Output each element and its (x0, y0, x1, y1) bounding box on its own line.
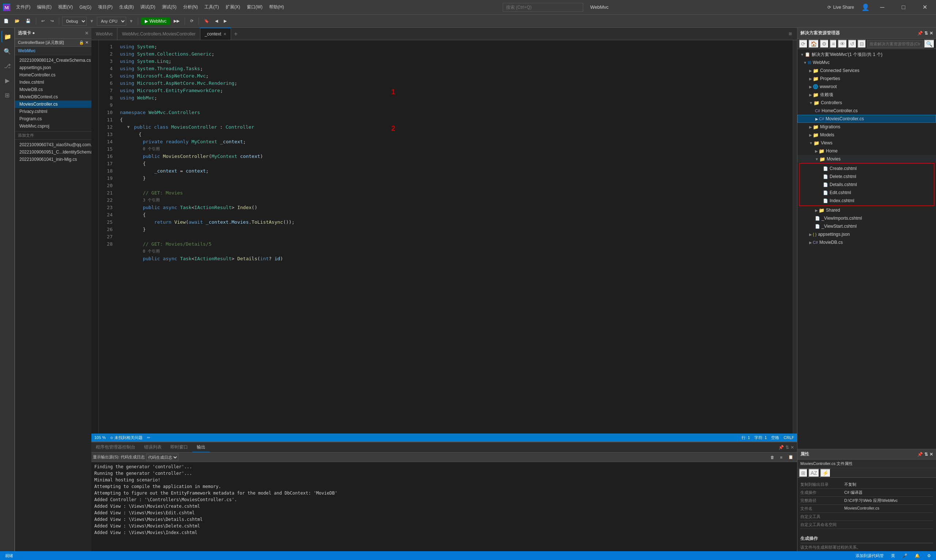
status-lang[interactable]: 英 (889, 553, 897, 558)
se-preview-button[interactable]: 👁 (837, 40, 847, 48)
source-control-button[interactable]: ⎇ (2, 60, 13, 72)
se-collapse-all-button[interactable]: ⊟ (857, 40, 866, 48)
prev-bookmark-button[interactable]: ◀ (213, 17, 220, 25)
se-expand-button[interactable]: ⇅ (924, 31, 928, 36)
output-copy-button[interactable]: 📋 (786, 454, 796, 461)
menu-project[interactable]: 项目(P) (95, 3, 115, 12)
maximize-button[interactable]: □ (895, 0, 912, 15)
file-item-moviedb[interactable]: MovieDB.cs (15, 86, 91, 93)
menu-file[interactable]: 文件(F) (13, 3, 33, 12)
file-item-csproj[interactable]: WebMvc.csproj (15, 123, 91, 130)
menu-help[interactable]: 帮助(H) (266, 3, 287, 12)
additional-file-1[interactable]: 20221009060743_xiaoShu@qq.com.cs (15, 141, 91, 148)
tab-webmvc[interactable]: WebMvc (91, 28, 117, 40)
menu-test[interactable]: 测试(S) (159, 3, 180, 12)
tree-viewstart[interactable]: 📄 _ViewStart.cshtml (797, 222, 936, 230)
output-expand-button[interactable]: ⇅ (785, 445, 789, 450)
refresh-button[interactable]: ⟳ (188, 17, 196, 25)
se-close-button[interactable]: ✕ (930, 31, 933, 36)
tree-home-folder[interactable]: ▶ 📁 Home (797, 147, 936, 155)
se-pin-button[interactable]: 📌 (918, 31, 923, 36)
save-button[interactable]: 💾 (23, 17, 33, 25)
minimize-button[interactable]: ─ (874, 0, 891, 15)
props-pin-button[interactable]: 📌 (918, 452, 923, 457)
explorer-button[interactable]: 📁 (2, 31, 13, 42)
tab-output[interactable]: 输出 (192, 443, 210, 452)
status-add-source[interactable]: 添加到源代码管 (853, 553, 886, 558)
live-share-button[interactable]: ⟳ Live Share (825, 3, 857, 11)
code-body[interactable]: using System; using System.Collections.G… (117, 40, 793, 434)
tab-moviescontroller[interactable]: WebMvc.Controllers.MoviesController (117, 28, 200, 40)
tab-error-list[interactable]: 错误列表 (140, 443, 166, 452)
menu-debug[interactable]: 调试(D) (137, 3, 158, 12)
tree-solution[interactable]: ▼ 📋 解决方案'WebMvc'(1 个项目/共 1 个) (797, 51, 936, 58)
tab-package-manager[interactable]: 程序包管理器控制台 (91, 443, 140, 452)
props-sort-btn[interactable]: AZ (808, 469, 819, 477)
tree-views[interactable]: ▼ 📁 Views (797, 139, 936, 147)
menu-extensions[interactable]: 扩展(X) (223, 3, 243, 12)
additional-file-3[interactable]: 20221009061041_inin-Mig.cs (15, 156, 91, 163)
tree-controllers[interactable]: ▼ 📁 Controllers (797, 99, 936, 107)
menu-build[interactable]: 生成(B) (116, 3, 137, 12)
file-item-create-schema[interactable]: 20221009080124_CreateSchema.cs (15, 57, 91, 64)
additional-file-2[interactable]: 20221009060951_C...ldentitySchema.cs (15, 148, 91, 156)
bookmark-button[interactable]: 🔖 (202, 17, 211, 25)
file-item-moviedbcontext[interactable]: MovieDBContext.cs (15, 93, 91, 100)
controller-base-close[interactable]: 🔒 ✕ (79, 40, 88, 45)
tree-viewimports[interactable]: 📄 _ViewImports.cshtml (797, 214, 936, 222)
attach-button[interactable]: ▶▶ (171, 17, 182, 25)
file-item-moviescontroller[interactable]: MoviesController.cs (15, 100, 91, 108)
output-clear-button[interactable]: 🗑 (768, 454, 777, 461)
props-grid-btn[interactable]: ⊞ (799, 469, 808, 477)
file-item-program[interactable]: Program.cs (15, 115, 91, 123)
menu-window[interactable]: 窗口(W) (244, 3, 265, 12)
redo-button[interactable]: ↪ (48, 17, 56, 25)
menu-edit[interactable]: 编辑(E) (34, 3, 54, 12)
tab-context[interactable]: _context × (200, 28, 231, 40)
output-close-button[interactable]: ✕ (790, 445, 794, 450)
debug-config-select[interactable]: Debug (62, 17, 87, 26)
se-sync-button[interactable]: ⟳ (799, 40, 808, 48)
tree-properties[interactable]: ▶ 📁 Properties (797, 75, 936, 83)
tab-immediate[interactable]: 即时窗口 (166, 443, 192, 452)
se-search-button[interactable]: 🔍 (924, 40, 934, 48)
file-item-privacy[interactable]: Privacy.cshtml (15, 108, 91, 115)
editor-scrollbar[interactable] (793, 40, 797, 434)
output-pin-button[interactable]: 📌 (778, 445, 784, 450)
search-button[interactable]: 🔍 (2, 45, 13, 57)
new-file-button[interactable]: 📄 (2, 17, 11, 25)
tree-edit-cshtml[interactable]: 📄 Edit.cshtml (800, 189, 934, 197)
props-expand-button[interactable]: ⇅ (924, 452, 928, 457)
track-changes-btn[interactable]: ✏ (147, 435, 150, 440)
undo-button[interactable]: ↩ (39, 17, 47, 25)
platform-select[interactable]: Any CPU (97, 17, 126, 26)
next-bookmark-button[interactable]: ▶ (222, 17, 229, 25)
se-refresh-button[interactable]: ↺ (848, 40, 857, 48)
tree-moviescontroller[interactable]: ▶ C# MoviesController.cs (797, 115, 936, 123)
tree-appsettings[interactable]: ▶ { } appsettings.json (797, 230, 936, 238)
tree-index-cshtml[interactable]: 📄 Index.cshtml (800, 197, 934, 205)
menu-git[interactable]: Git(G) (76, 3, 94, 11)
file-item-appsettings[interactable]: appsettings.json (15, 64, 91, 71)
output-source-select[interactable]: 代码生成日志 (146, 454, 179, 461)
tree-wwwroot[interactable]: ▶ 🌐 wwwroot (797, 83, 936, 91)
tree-connected-services[interactable]: ▶ 📁 Connected Services (797, 66, 936, 75)
account-icon[interactable]: 👤 (861, 3, 870, 11)
run-button[interactable]: ▶ WebMvc (141, 17, 170, 25)
file-panel-close-icon[interactable]: ✕ (85, 31, 88, 36)
status-settings-gear[interactable]: ⚙ (925, 554, 933, 558)
tree-details-cshtml[interactable]: 📄 Details.cshtml (800, 181, 934, 189)
tree-delete-cshtml[interactable]: 📄 Delete.cshtml (800, 172, 934, 181)
menu-view[interactable]: 视图(V) (55, 3, 76, 12)
status-mic[interactable]: 🎤 (900, 554, 910, 558)
tree-create-cshtml[interactable]: 📄 Create.cshtml (800, 165, 934, 172)
status-notifications[interactable]: 🔔 (913, 554, 922, 558)
se-search-input[interactable] (867, 40, 923, 48)
tree-project-webmvc[interactable]: ▼ ⊞ WebMvc (797, 58, 936, 66)
tree-moviedb-cs[interactable]: ▶ C# MovieDB.cs (797, 238, 936, 246)
status-ready[interactable]: 就绪 (3, 553, 15, 558)
search-input[interactable] (503, 3, 583, 12)
tree-dependencies[interactable]: ▶ 📁 依赖项 (797, 91, 936, 99)
split-editor-button[interactable]: ⊞ (787, 31, 794, 37)
se-filter-button[interactable]: ≡ (830, 40, 837, 48)
